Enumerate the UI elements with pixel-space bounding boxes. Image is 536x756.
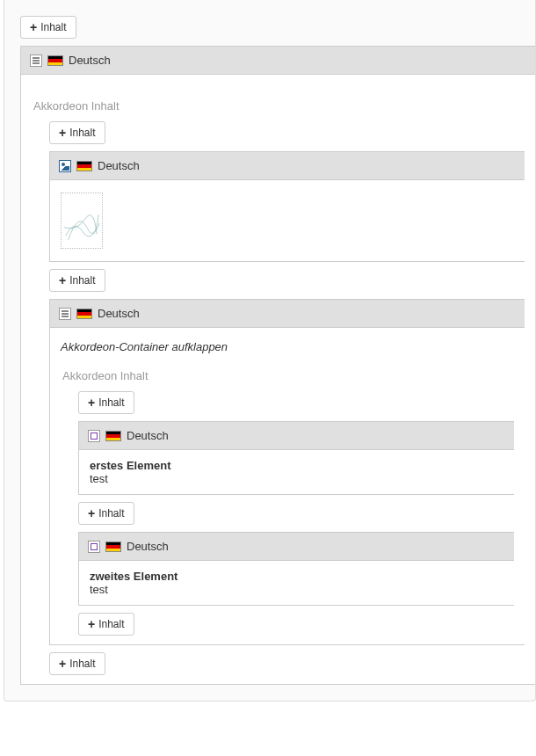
- plus-icon: +: [88, 507, 95, 520]
- flag-de-icon: [76, 161, 92, 171]
- add-content-label: Inhalt: [40, 21, 66, 33]
- add-content-button[interactable]: + Inhalt: [78, 613, 134, 636]
- add-content-label: Inhalt: [98, 507, 124, 520]
- lang-label: Deutsch: [98, 307, 140, 320]
- item-icon: [88, 541, 100, 553]
- block-body: Akkordeon Inhalt + Inhalt Deutsch: [21, 75, 535, 684]
- lang-label: Deutsch: [69, 54, 111, 67]
- add-content-label: Inhalt: [69, 658, 95, 670]
- lang-label: Deutsch: [98, 159, 140, 172]
- section-label: Akkordeon Inhalt: [33, 99, 525, 113]
- add-content-button[interactable]: + Inhalt: [20, 16, 76, 39]
- item-body: test: [90, 472, 503, 485]
- section-label: Akkordeon Inhalt: [62, 369, 514, 382]
- lang-label: Deutsch: [127, 540, 169, 553]
- block-body: ··········· ···········: [50, 180, 525, 261]
- plus-icon: +: [88, 396, 95, 409]
- item-title: erstes Element: [90, 459, 503, 472]
- plus-icon: +: [59, 127, 66, 139]
- editor-panel: + Inhalt Deutsch Akkordeon Inhalt + Inha…: [4, 0, 536, 701]
- item-icon: [88, 430, 100, 442]
- plus-icon: +: [59, 274, 66, 287]
- accordion-icon: [30, 55, 42, 67]
- block-body: erstes Element test: [79, 450, 514, 494]
- item-title: zweites Element: [90, 570, 503, 583]
- add-content-button[interactable]: + Inhalt: [49, 269, 105, 292]
- add-content-label: Inhalt: [98, 396, 124, 409]
- flag-de-icon: [105, 542, 121, 552]
- accordion-block: Deutsch Akkordeon-Container aufklappen A…: [49, 299, 525, 645]
- block-body: zweites Element test: [79, 561, 514, 605]
- add-content-label: Inhalt: [69, 274, 95, 287]
- image-icon: [59, 160, 71, 172]
- accordion-content-area: + Inhalt Deutsch: [61, 391, 514, 636]
- block-body: Akkordeon-Container aufklappen Akkordeon…: [50, 328, 525, 644]
- add-content-label: Inhalt: [98, 618, 124, 630]
- flag-de-icon: [76, 309, 92, 319]
- plus-icon: +: [59, 658, 66, 670]
- block-header[interactable]: Deutsch: [79, 422, 514, 450]
- add-content-button[interactable]: + Inhalt: [49, 121, 105, 144]
- content-item-block: Deutsch erstes Element test: [78, 421, 514, 495]
- expand-hint: Akkordeon-Container aufklappen: [61, 340, 514, 353]
- image-block: Deutsch: [49, 151, 525, 262]
- plus-icon: +: [88, 618, 95, 630]
- item-body: test: [90, 583, 503, 596]
- image-thumbnail[interactable]: ··········· ···········: [61, 193, 103, 249]
- flag-de-icon: [47, 55, 63, 66]
- block-header[interactable]: Deutsch: [21, 47, 535, 75]
- plus-icon: +: [30, 21, 37, 33]
- block-header[interactable]: Deutsch: [50, 152, 525, 180]
- content-item-block: Deutsch zweites Element test: [78, 532, 514, 606]
- accordion-content-area: + Inhalt Deutsch: [32, 121, 525, 675]
- svg-text:···········: ···········: [65, 197, 70, 199]
- block-header[interactable]: Deutsch: [79, 533, 514, 561]
- add-content-button[interactable]: + Inhalt: [49, 652, 105, 675]
- lang-label: Deutsch: [127, 429, 169, 442]
- block-header[interactable]: Deutsch: [50, 300, 525, 328]
- flag-de-icon: [105, 431, 121, 441]
- add-content-button[interactable]: + Inhalt: [78, 502, 134, 525]
- accordion-block: Deutsch Akkordeon Inhalt + Inhalt Deutsc…: [20, 46, 535, 685]
- add-content-button[interactable]: + Inhalt: [78, 391, 134, 414]
- accordion-icon: [59, 308, 71, 320]
- svg-text:···········: ···········: [65, 200, 70, 202]
- add-content-label: Inhalt: [69, 127, 95, 139]
